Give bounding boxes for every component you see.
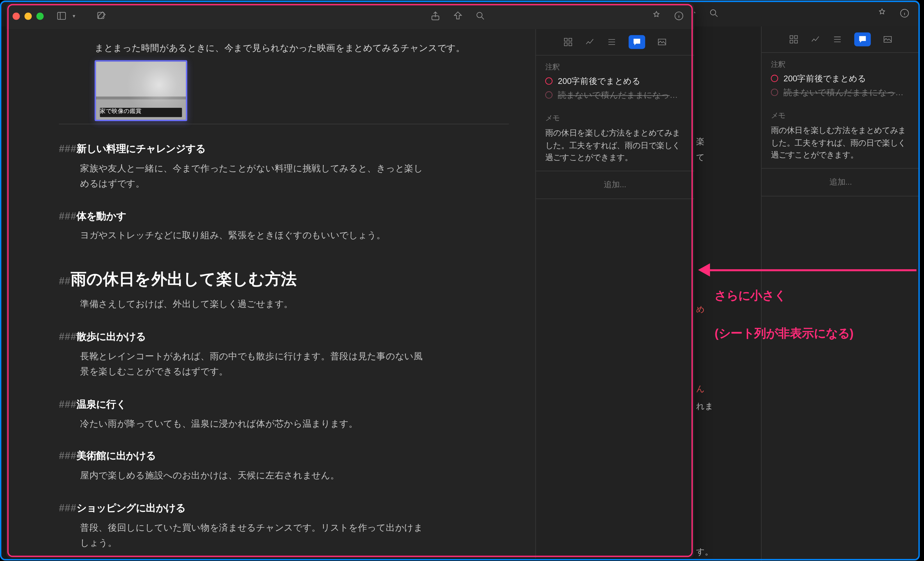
notes-label: 注釈 bbox=[545, 62, 685, 72]
separator bbox=[59, 124, 509, 124]
tab-stats[interactable] bbox=[585, 37, 595, 47]
svg-rect-15 bbox=[569, 43, 572, 46]
minimize-icon[interactable] bbox=[24, 12, 32, 20]
peek-text: 楽 て め ん れま す。 bbox=[696, 132, 723, 561]
heading-3: 新しい料理にチャレンジする bbox=[76, 143, 206, 154]
tab-stats[interactable] bbox=[811, 34, 821, 45]
preview-icon[interactable] bbox=[449, 8, 466, 24]
goal-item[interactable]: 200字前後でまとめる bbox=[545, 76, 685, 87]
svg-rect-5 bbox=[795, 40, 798, 43]
add-button[interactable]: 追加... bbox=[762, 168, 920, 196]
goal-item[interactable]: 200字前後でまとめる bbox=[771, 73, 910, 85]
paragraph: 冷たい雨が降っていても、温泉に浸かれば体が芯から温まります。 bbox=[80, 416, 424, 432]
inline-image[interactable]: 家で映像の鑑賞 bbox=[94, 60, 187, 121]
editor[interactable]: まとまった時間があるときに、今まで見られなかった映画をまとめてみるチャンスです。… bbox=[6, 29, 535, 558]
window-front: ▾ まとまった時間があるときに、今まで見られなかった映画をまとめてみるチャンスで… bbox=[6, 3, 694, 558]
tab-outline[interactable] bbox=[832, 34, 842, 45]
heading-3: 散歩に出かける bbox=[76, 331, 146, 342]
traffic-lights[interactable] bbox=[13, 12, 44, 20]
svg-point-0 bbox=[711, 10, 716, 15]
svg-rect-7 bbox=[57, 12, 66, 20]
close-icon[interactable] bbox=[13, 12, 20, 20]
paragraph: 屋内で楽しめる施設へのお出かけは、天候に左右されません。 bbox=[80, 469, 424, 484]
tab-comments[interactable] bbox=[854, 32, 871, 46]
info-icon[interactable] bbox=[670, 8, 687, 24]
svg-rect-14 bbox=[564, 43, 567, 46]
paragraph: 長靴とレインコートがあれば、雨の中でも散歩に行けます。普段は見た事のない風景を楽… bbox=[80, 349, 424, 380]
search-icon[interactable] bbox=[472, 8, 489, 24]
goal-item[interactable]: 読まないで積んだままになっていた本… bbox=[771, 87, 910, 99]
share-icon[interactable] bbox=[427, 8, 444, 24]
goal-badge-icon[interactable] bbox=[648, 8, 665, 24]
svg-point-10 bbox=[477, 12, 482, 17]
heading-3: 温泉に行く bbox=[76, 398, 126, 409]
image-caption: 家で映像の鑑賞 bbox=[100, 106, 141, 116]
paragraph: 準備さえしておけば、外出して楽しく過ごせます。 bbox=[80, 297, 424, 312]
goal-badge-icon[interactable] bbox=[873, 4, 890, 22]
info-icon[interactable] bbox=[896, 4, 913, 22]
goal-item[interactable]: 読まないで積んだままになっていた本… bbox=[545, 90, 685, 101]
tab-outline[interactable] bbox=[607, 37, 616, 47]
tab-media[interactable] bbox=[657, 37, 667, 47]
paragraph: 普段、後回しにしていた買い物を済ませるチャンスです。リストを作って出かけましょう… bbox=[80, 520, 424, 551]
memo-label: メモ bbox=[545, 113, 685, 123]
tab-media[interactable] bbox=[883, 34, 892, 45]
memo-body[interactable]: 雨の休日を楽しむ方法をまとめてみました。工夫をすれば、雨の日で楽しく過ごすことが… bbox=[545, 127, 685, 164]
svg-rect-2 bbox=[790, 36, 793, 38]
notes-label: 注釈 bbox=[771, 59, 910, 69]
paragraph: 家族や友人と一緒に、今まで作ったことがない料理に挑戦してみると、きっと楽しめるは… bbox=[80, 161, 424, 192]
svg-rect-3 bbox=[795, 36, 798, 38]
annotation-label: (シート列が非表示になる) bbox=[714, 326, 853, 341]
heading-3: 美術館に出かける bbox=[76, 450, 156, 462]
chevron-down-icon[interactable]: ▾ bbox=[73, 13, 75, 19]
svg-rect-12 bbox=[564, 38, 567, 41]
paragraph: ヨガやストレッチなどに取り組み、緊張をときほぐすのもいいでしょう。 bbox=[80, 228, 424, 244]
tab-grid[interactable] bbox=[563, 37, 573, 47]
search-icon[interactable] bbox=[705, 4, 723, 22]
add-button[interactable]: 追加... bbox=[536, 170, 694, 199]
compose-icon[interactable] bbox=[93, 8, 110, 24]
paragraph: まとまった時間があるときに、今まで見られなかった映画をまとめてみるチャンスです。 bbox=[94, 41, 509, 56]
inspector-tabs bbox=[536, 29, 694, 56]
heading-3: ショッピングに出かける bbox=[76, 502, 186, 513]
memo-body[interactable]: 雨の休日を楽しむ方法をまとめてみました。工夫をすれば、雨の日で楽しく過ごすことが… bbox=[771, 124, 910, 161]
tab-grid[interactable] bbox=[789, 34, 799, 45]
heading-2: 雨の休日を外出して楽しむ方法 bbox=[71, 270, 297, 288]
svg-rect-4 bbox=[790, 40, 793, 43]
zoom-icon[interactable] bbox=[36, 12, 44, 20]
heading-3: 体を動かす bbox=[76, 210, 126, 221]
sidebar-toggle-icon[interactable] bbox=[53, 8, 70, 24]
tab-comments[interactable] bbox=[628, 35, 645, 49]
toolbar-front: ▾ bbox=[6, 3, 694, 29]
svg-rect-13 bbox=[569, 38, 572, 41]
annotation-label: さらに小さく bbox=[714, 288, 786, 304]
inspector-front: 注釈 200字前後でまとめる 読まないで積んだままになっていた本… メモ 雨の休… bbox=[535, 29, 694, 558]
inspector-tabs bbox=[762, 27, 920, 53]
memo-label: メモ bbox=[771, 110, 910, 120]
